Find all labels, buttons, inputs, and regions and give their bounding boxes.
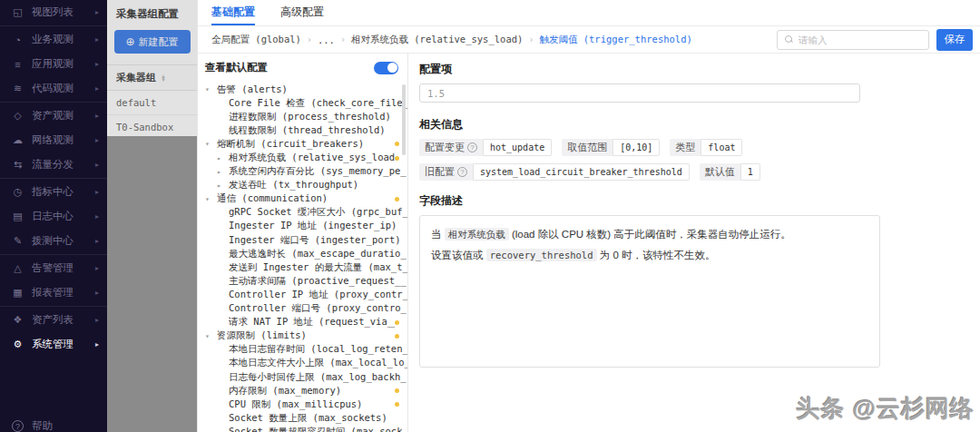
tree-item-label: 日志每小时回传上限 (max_log_backh_ (229, 371, 407, 384)
tree-item[interactable]: ▾资源限制 (limits) (205, 329, 407, 343)
caret-right-icon[interactable]: ▸ (217, 182, 229, 190)
description-line: 设置该值或 recovery_threshold 为 0 时，该特性不生效。 (431, 245, 868, 266)
tree-item[interactable]: 请求 NAT IP 地址 (request_via__ (205, 316, 407, 329)
breadcrumb-item[interactable]: ... (318, 34, 335, 45)
collector-group-row[interactable]: default (107, 91, 197, 115)
collector-panel-title: 采集器组配置 (107, 0, 197, 21)
info-tag-label: 配置变更? (419, 139, 483, 156)
config-value-input[interactable] (419, 83, 860, 103)
tree-item[interactable]: ▸相对系统负载 (relative_sys_load) (205, 151, 407, 164)
save-button[interactable]: 保存 (936, 29, 973, 51)
probe-center-icon: ✎ (12, 235, 24, 247)
sidebar-item[interactable]: ≡应用观测▸ (0, 52, 107, 76)
collector-group-column-header[interactable]: 采集器组 ▲▼ (107, 64, 197, 91)
sidebar-item-label: 资产观测 (32, 109, 74, 123)
chevron-right-icon: ▸ (95, 161, 99, 169)
search-input[interactable] (799, 34, 921, 45)
tree-item[interactable]: Ingester IP 地址 (ingester_ip) (205, 220, 407, 233)
tree-item[interactable]: Controller IP 地址 (proxy_contr_ (205, 288, 407, 301)
sidebar-item[interactable]: ◔业务观测▸ (0, 27, 107, 52)
tree-item[interactable]: 内存限制 (max_memory) (205, 384, 407, 398)
tree-item[interactable]: ▾告警 (alerts) (205, 83, 407, 96)
sidebar-item-label: 视图列表 (32, 5, 74, 19)
sidebar-item[interactable]: ☁网络观测▸ (0, 128, 107, 152)
tree-item[interactable]: 主动请求间隔 (proactive_request__ (205, 274, 407, 288)
toggle-knob (387, 63, 397, 73)
tree-item[interactable]: Ingester 端口号 (ingester_port) (205, 233, 407, 247)
caret-down-icon[interactable]: ▾ (205, 140, 217, 148)
caret-right-icon[interactable]: ▸ (217, 154, 229, 162)
help-icon: ? (12, 420, 24, 432)
tree-item[interactable]: gRPC Socket 缓冲区大小 (grpc_buf_ (205, 206, 407, 220)
chevron-right-icon: ▸ (95, 35, 99, 44)
tree-item[interactable]: 本地日志文件大小上限 (max_local_lo_ (205, 357, 407, 370)
tree-item[interactable]: ▸发送吞吐 (tx_throughput) (205, 179, 407, 192)
tree-item[interactable]: 最大逃逸时长 (max_escape_duratio_ (205, 247, 407, 260)
sidebar-divider (0, 102, 107, 103)
help-circle-icon[interactable]: ? (467, 142, 477, 152)
sidebar-item[interactable]: ⇆流量分发▸ (0, 152, 107, 177)
field-description-box: 当 相对系统负载 (load 除以 CPU 核数) 高于此阈值时，采集器自动停止… (419, 215, 880, 368)
watermark-text: 头条 @云杉网络 (796, 393, 975, 425)
view-default-config-label: 查看默认配置 (205, 61, 268, 74)
tree-item[interactable]: 日志每小时回传上限 (max_log_backh_ (205, 370, 407, 384)
caret-down-icon[interactable]: ▾ (205, 332, 217, 340)
tree-item[interactable]: 发送到 Ingester 的最大流量 (max_t_ (205, 260, 407, 274)
tree-item[interactable]: 本地日志留存时间 (local_log_reten_ (205, 343, 407, 357)
sidebar-item[interactable]: ≋代码观测▸ (0, 76, 107, 101)
chevron-right-icon: ▸ (95, 212, 99, 221)
sidebar-item[interactable]: ◷指标中心▸ (0, 180, 107, 204)
sidebar-divider (0, 254, 107, 255)
view-default-config-toggle[interactable] (374, 62, 398, 74)
tree-item-label: Controller 端口号 (proxy_contro_ (229, 302, 407, 315)
tree-item-label: 本地日志留存时间 (local_log_reten_ (229, 343, 407, 356)
sidebar-item[interactable]: ◇资产观测▸ (0, 103, 107, 128)
caret-down-icon[interactable]: ▾ (205, 85, 217, 93)
help-circle-icon[interactable]: ? (457, 167, 467, 177)
tree-item-label: 本地日志文件大小上限 (max_local_lo_ (229, 357, 407, 369)
sidebar-item[interactable]: ✎拨测中心▸ (0, 229, 107, 253)
tree-item[interactable]: Socket 数量上限 (max_sockets) (205, 411, 407, 425)
tree-item[interactable]: ▾通信 (communication) (205, 192, 407, 206)
sidebar-item-label: 告警管理 (32, 261, 74, 275)
tree-item[interactable]: CPU 限制 (max_millicpus) (205, 398, 407, 411)
sidebar-item-label: 流量分发 (32, 158, 74, 172)
config-item-title: 配置项 (419, 62, 980, 77)
tree-item-label: CPU 限制 (max_millicpus) (229, 398, 362, 411)
caret-right-icon[interactable]: ▸ (217, 168, 229, 176)
sidebar-item[interactable]: ▦报表管理▸ (0, 280, 107, 305)
info-tag-label: 类型 (670, 139, 701, 156)
tree-item[interactable]: 进程数限制 (process_threshold) (205, 110, 407, 123)
tree-item[interactable]: ▸系统空闲内存百分比 (sys_memory_pe_ (205, 165, 407, 179)
new-config-button[interactable]: ⊕ 新建配置 (114, 30, 191, 54)
description-text: 当 (431, 229, 445, 240)
chevron-right-icon: ▸ (95, 136, 99, 144)
tree-item[interactable]: Core File 检查 (check_core_file_ (205, 96, 407, 110)
tree-item[interactable]: 线程数限制 (thread_threshold) (205, 123, 407, 137)
tree-item[interactable]: ▾熔断机制 (circuit_breakers) (205, 137, 407, 151)
info-tag: 旧配置?system_load_circuit_breaker_threshol… (419, 163, 690, 181)
chevron-right-icon: ▸ (95, 340, 99, 349)
chevron-right-icon: ▸ (95, 60, 99, 68)
config-content: 查看默认配置 ▾告警 (alerts)Core File 检查 (check_c… (198, 54, 980, 432)
tab-basic-config[interactable]: 基础配置 (211, 0, 255, 25)
tree-scrollbar[interactable] (402, 84, 406, 155)
sidebar-item[interactable]: ▤日志中心▸ (0, 204, 107, 229)
chevron-right-icon: ▸ (95, 237, 99, 245)
sidebar-item[interactable]: ⚙系统管理▸ (0, 332, 107, 357)
tree-item[interactable]: Controller 端口号 (proxy_contro_ (205, 302, 407, 316)
tab-advanced-config[interactable]: 高级配置 (280, 0, 324, 25)
caret-down-icon[interactable]: ▾ (205, 195, 217, 203)
tree-item-label: 相对系统负载 (relative_sys_load) (229, 152, 395, 164)
breadcrumb-item[interactable]: 相对系统负载 (relative_sys_load) (351, 34, 523, 46)
tree-item[interactable]: Socket 数量超限容忍时间 (max_sock_ (205, 425, 407, 432)
sort-icon[interactable]: ▲▼ (161, 74, 166, 82)
sidebar-item[interactable]: ❖资产列表▸ (0, 308, 107, 332)
sidebar-item-help[interactable]: ? 帮助 (12, 419, 53, 432)
search-box[interactable] (777, 30, 929, 50)
sidebar-item[interactable]: ◱视图列表▸ (0, 0, 107, 25)
sidebar-item[interactable]: △告警管理▸ (0, 256, 107, 280)
breadcrumb-item[interactable]: 触发阈值 (trigger_threshold) (539, 34, 691, 46)
tree-item-label: Socket 数量超限容忍时间 (max_sock_ (229, 426, 407, 432)
breadcrumb-item[interactable]: 全局配置 (global) (211, 34, 301, 46)
